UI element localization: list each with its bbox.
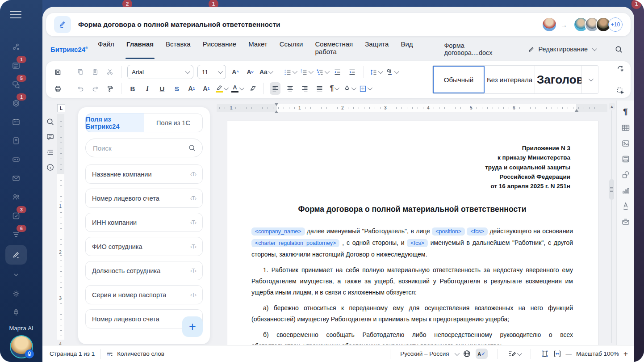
chart-button[interactable] bbox=[621, 186, 630, 195]
mode-switcher[interactable]: Редактирование bbox=[527, 46, 596, 53]
superscript-button[interactable]: A1 bbox=[186, 82, 197, 95]
borders-button[interactable] bbox=[359, 82, 371, 95]
merge-field-chip[interactable]: <position> bbox=[432, 227, 465, 236]
italic-button[interactable]: I bbox=[142, 82, 153, 95]
numbered-list-button[interactable]: 12 bbox=[300, 66, 312, 78]
zoom-out-button[interactable]: — bbox=[566, 350, 572, 357]
mail-merge-button[interactable] bbox=[621, 217, 630, 226]
decrease-indent-button[interactable] bbox=[332, 66, 343, 78]
align-left-button[interactable] bbox=[270, 82, 280, 95]
menu-item[interactable]: Вид bbox=[401, 40, 413, 58]
field-item[interactable]: ИНН компании‹T› bbox=[85, 213, 203, 232]
increase-indent-button[interactable] bbox=[347, 66, 358, 78]
select-tool-button[interactable] bbox=[616, 87, 624, 95]
menu-item[interactable]: Совместная работа bbox=[315, 40, 353, 58]
document-page[interactable]: Приложение N 3к приказу Министерстватруд… bbox=[227, 121, 598, 345]
sidebar-item-mail[interactable] bbox=[7, 170, 25, 187]
field-item[interactable]: ФИО сотрудника‹T› bbox=[85, 237, 203, 256]
field-item[interactable]: Серия и номер паспорта‹T› bbox=[85, 285, 203, 304]
sidebar-item-tasks[interactable]: 3 bbox=[7, 207, 25, 224]
menu-item[interactable]: Защита bbox=[365, 40, 389, 58]
change-case-button[interactable]: Aa bbox=[259, 66, 272, 78]
sidebar-item-rocket[interactable] bbox=[7, 304, 25, 321]
language-select[interactable]: Русский – Россия bbox=[400, 350, 449, 357]
merge-field-chip[interactable]: <fcs> bbox=[467, 227, 488, 236]
image-settings-button[interactable] bbox=[621, 139, 630, 148]
shading-button[interactable] bbox=[343, 82, 355, 95]
align-center-button[interactable] bbox=[284, 82, 295, 95]
fields-search[interactable] bbox=[85, 139, 203, 157]
bitrix24-logo[interactable]: Битрикс24® bbox=[50, 46, 88, 53]
menu-item[interactable]: Ссылки bbox=[280, 40, 303, 58]
format-painter-button[interactable] bbox=[105, 82, 115, 95]
search-button[interactable] bbox=[615, 45, 623, 54]
comments-button[interactable] bbox=[46, 133, 54, 141]
shrink-font-button[interactable]: Av bbox=[245, 66, 255, 78]
scroll-up-arrow[interactable]: ▲ bbox=[609, 103, 615, 109]
marta-ai-avatar[interactable] bbox=[10, 335, 33, 358]
line-spacing-button[interactable] bbox=[370, 66, 382, 78]
vertical-scrollbar[interactable]: ▲ bbox=[609, 103, 615, 343]
sidebar-item-pulse[interactable] bbox=[7, 38, 25, 55]
subscript-button[interactable]: A1 bbox=[201, 82, 212, 95]
indent-marker-right[interactable] bbox=[574, 107, 579, 112]
spellcheck-button[interactable]: A✓ bbox=[476, 349, 488, 359]
paragraph-settings-button[interactable]: ¶ bbox=[623, 107, 628, 117]
add-field-button[interactable]: + bbox=[182, 316, 203, 337]
sidebar-item-news[interactable]: 1 bbox=[7, 57, 25, 74]
menu-item[interactable]: Рисование bbox=[203, 40, 237, 58]
scrollbar-thumb[interactable] bbox=[609, 179, 614, 200]
show-paragraph-marks-button[interactable]: ¶ bbox=[329, 82, 339, 95]
merge-field-chip[interactable]: <charter_regulation_poattorney> bbox=[251, 239, 339, 247]
header-footer-button[interactable] bbox=[621, 155, 630, 164]
search-input[interactable] bbox=[92, 144, 183, 152]
word-count-label[interactable]: Количество слов bbox=[117, 350, 164, 357]
grow-font-button[interactable]: A^ bbox=[230, 66, 241, 78]
redo-button[interactable] bbox=[90, 82, 100, 95]
styles-expand-button[interactable] bbox=[582, 66, 598, 93]
justify-button[interactable] bbox=[314, 82, 325, 95]
menu-item[interactable]: Главная bbox=[126, 40, 154, 58]
copy-style-button[interactable] bbox=[616, 64, 624, 72]
style-heading[interactable]: Заголовок bbox=[535, 66, 582, 93]
horizontal-ruler[interactable]: 1 123456 bbox=[217, 104, 607, 112]
sidebar-item-drive[interactable] bbox=[7, 151, 25, 168]
copy-button[interactable] bbox=[75, 66, 86, 78]
multilevel-list-button[interactable] bbox=[316, 66, 328, 78]
clear-format-button[interactable] bbox=[247, 82, 258, 95]
font-color-button[interactable]: A bbox=[231, 82, 243, 95]
fit-width-button[interactable] bbox=[553, 349, 561, 358]
cut-button[interactable] bbox=[105, 66, 115, 78]
align-right-button[interactable] bbox=[299, 82, 310, 95]
merge-field-chip[interactable]: <company_name> bbox=[251, 227, 305, 236]
tab-stop-selector[interactable]: L bbox=[57, 104, 65, 112]
tab-fields-1c[interactable]: Поля из 1С bbox=[144, 114, 203, 132]
font-family-select[interactable]: Arial bbox=[127, 65, 193, 79]
save-button[interactable] bbox=[52, 66, 63, 78]
menu-item[interactable]: Файл bbox=[98, 40, 114, 58]
sidebar-item-chat[interactable]: 5 bbox=[7, 76, 25, 93]
undo-button[interactable] bbox=[75, 82, 86, 95]
sidebar-item-automation[interactable]: 1 bbox=[7, 95, 25, 112]
menu-item[interactable]: Вставка bbox=[166, 40, 191, 58]
paste-button[interactable] bbox=[90, 66, 100, 78]
style-normal[interactable]: Обычный bbox=[433, 66, 485, 93]
sidebar-item-people[interactable] bbox=[7, 189, 25, 206]
font-size-select[interactable]: 11 bbox=[197, 65, 226, 79]
style-no-spacing[interactable]: Без интервала bbox=[485, 66, 535, 93]
page-indicator[interactable]: Страница 1 из 1 bbox=[50, 350, 95, 357]
table-settings-button[interactable] bbox=[621, 123, 630, 132]
info-button[interactable] bbox=[46, 163, 54, 172]
underline-button[interactable]: U bbox=[157, 82, 167, 95]
field-item[interactable]: Номер лицевого счета‹T› bbox=[85, 189, 203, 208]
collaborators-overflow-badge[interactable]: +10 bbox=[608, 17, 623, 32]
fit-page-button[interactable] bbox=[541, 349, 549, 358]
menu-item[interactable]: Макет bbox=[248, 40, 267, 58]
bold-button[interactable]: B bbox=[127, 82, 138, 95]
sidebar-item-crm[interactable]: 6 bbox=[7, 226, 25, 243]
vertical-ruler[interactable]: 1234 bbox=[57, 114, 64, 340]
find-button[interactable] bbox=[46, 118, 54, 126]
field-item[interactable]: Название компании‹T› bbox=[85, 164, 203, 184]
track-changes-button[interactable] bbox=[508, 350, 521, 358]
globe-icon[interactable] bbox=[463, 349, 471, 358]
